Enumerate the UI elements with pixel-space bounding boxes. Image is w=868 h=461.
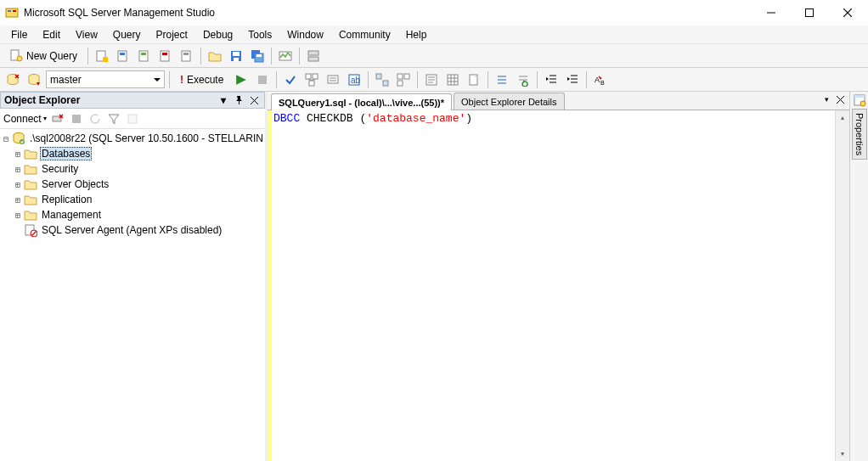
query-options-icon[interactable]: [324, 70, 342, 89]
save-all-icon[interactable]: [248, 47, 267, 65]
tab-object-explorer-details[interactable]: Object Explorer Details: [454, 93, 565, 110]
svg-rect-0: [6, 8, 18, 17]
menu-project[interactable]: Project: [149, 27, 195, 42]
specify-values-icon[interactable]: AB: [591, 70, 610, 89]
registered-servers-icon[interactable]: [304, 47, 323, 65]
close-document-icon[interactable]: [834, 93, 846, 105]
stop-icon[interactable]: [69, 111, 84, 126]
new-query-label: New Query: [26, 50, 77, 62]
results-to-text-icon[interactable]: [422, 70, 441, 89]
pin-icon[interactable]: [232, 93, 245, 107]
folder-icon: [24, 162, 37, 176]
menu-window[interactable]: Window: [279, 27, 331, 42]
sql-keyword: DBCC: [273, 112, 300, 125]
document-area: SQLQuery1.sql - (local)\...\vive...(55))…: [268, 92, 849, 461]
folder-icon: [24, 147, 37, 160]
new-query-button[interactable]: New Query: [3, 46, 83, 65]
svg-text:B: B: [600, 80, 605, 86]
comment-selection-icon[interactable]: [493, 70, 511, 89]
open-file-icon[interactable]: [206, 47, 224, 65]
report-icon[interactable]: [125, 111, 140, 126]
object-explorer-tree[interactable]: ⊟ .\sql2008r22 (SQL Server 10.50.1600 - …: [0, 129, 265, 461]
menu-help[interactable]: Help: [398, 27, 435, 42]
new-database-engine-query-icon[interactable]: [93, 47, 111, 65]
minimize-button[interactable]: [752, 1, 790, 25]
activity-monitor-icon[interactable]: [276, 47, 295, 65]
tree-server-node[interactable]: ⊟ .\sql2008r22 (SQL Server 10.50.1600 - …: [0, 131, 265, 146]
database-selector[interactable]: master: [46, 70, 165, 88]
include-actual-plan-icon[interactable]: [373, 70, 392, 89]
menu-query[interactable]: Query: [105, 27, 149, 42]
results-to-file-icon[interactable]: [465, 70, 483, 89]
estimated-plan-icon[interactable]: [302, 70, 321, 89]
new-dmx-query-icon[interactable]: [156, 47, 175, 65]
tree-server-objects-label: Server Objects: [40, 178, 110, 190]
tree-databases-node[interactable]: ⊞Databases: [0, 146, 265, 161]
filter-icon[interactable]: [106, 111, 121, 126]
close-button[interactable]: [828, 1, 866, 25]
new-xmla-query-icon[interactable]: [178, 47, 196, 65]
include-client-stats-icon[interactable]: [394, 70, 413, 89]
separator: [271, 48, 272, 65]
separator: [276, 71, 277, 88]
new-analysis-query-icon[interactable]: [114, 47, 132, 65]
maximize-button[interactable]: [790, 1, 828, 25]
properties-sidebar[interactable]: Properties: [849, 92, 868, 461]
scroll-down-icon[interactable]: ▾: [836, 447, 849, 461]
debug-icon[interactable]: [232, 70, 251, 89]
svg-rect-14: [141, 53, 146, 55]
execute-label: Execute: [187, 74, 223, 86]
svg-rect-21: [234, 58, 239, 61]
tree-sql-agent-node[interactable]: SQL Server Agent (Agent XPs disabled): [0, 222, 265, 238]
tree-sql-agent-label: SQL Server Agent (Agent XPs disabled): [40, 224, 223, 236]
scroll-up-icon[interactable]: ▴: [836, 110, 849, 125]
document-tabs: SQLQuery1.sql - (local)\...\vive...(55))…: [268, 92, 849, 110]
uncomment-selection-icon[interactable]: [514, 70, 533, 89]
tree-security-node[interactable]: ⊞Security: [0, 161, 265, 177]
svg-rect-10: [103, 57, 108, 62]
tree-management-node[interactable]: ⊞Management: [0, 207, 265, 222]
close-panel-icon[interactable]: [247, 93, 261, 107]
svg-marker-73: [567, 77, 570, 81]
svg-rect-1: [8, 10, 11, 12]
menu-view[interactable]: View: [68, 27, 105, 42]
menu-debug[interactable]: Debug: [195, 27, 240, 42]
svg-rect-37: [309, 81, 314, 86]
tab-sqlquery1-label: SQLQuery1.sql - (local)\...\vive...(55))…: [279, 98, 444, 108]
tab-sqlquery1[interactable]: SQLQuery1.sql - (local)\...\vive...(55))…: [271, 93, 452, 110]
cancel-executing-icon[interactable]: [253, 70, 272, 89]
save-icon[interactable]: [227, 47, 245, 65]
menu-tools[interactable]: Tools: [240, 27, 279, 42]
sql-agent-disabled-icon: [24, 223, 37, 237]
dropdown-icon[interactable]: ▾: [217, 93, 230, 107]
menu-edit[interactable]: Edit: [35, 27, 68, 42]
disconnect-icon[interactable]: [50, 111, 65, 126]
change-connection-icon[interactable]: [3, 70, 22, 89]
parse-icon[interactable]: [281, 70, 300, 89]
exclamation-icon: !: [180, 74, 183, 86]
object-explorer-toolbar: Connect: [0, 109, 265, 129]
vertical-scrollbar[interactable]: ▴ ▾: [835, 110, 849, 461]
connect-button[interactable]: Connect: [3, 113, 47, 125]
tree-server-objects-node[interactable]: ⊞Server Objects: [0, 177, 265, 192]
increase-indent-icon[interactable]: [563, 70, 582, 89]
sql-editor[interactable]: DBCC CHECKDB ('database_name') ▴ ▾: [268, 110, 849, 461]
refresh-icon[interactable]: [87, 111, 103, 126]
menu-file[interactable]: File: [3, 27, 35, 42]
intellisense-icon[interactable]: ab: [345, 70, 364, 89]
svg-marker-69: [546, 77, 549, 81]
tree-replication-node[interactable]: ⊞Replication: [0, 192, 265, 207]
editor-content[interactable]: DBCC CHECKDB ('database_name'): [272, 110, 835, 461]
decrease-indent-icon[interactable]: [542, 70, 561, 89]
change-connection-dropdown-icon[interactable]: [25, 70, 43, 89]
window-title: Microsoft SQL Server Management Studio: [24, 7, 752, 19]
menu-community[interactable]: Community: [331, 27, 398, 42]
object-explorer-header: Object Explorer ▾: [0, 92, 265, 109]
active-files-dropdown-icon[interactable]: ▾: [820, 93, 832, 105]
results-to-grid-icon[interactable]: [443, 70, 462, 89]
new-mdx-query-icon[interactable]: [135, 47, 154, 65]
svg-rect-18: [183, 53, 189, 55]
svg-rect-82: [72, 115, 81, 123]
execute-button[interactable]: ! Execute: [174, 70, 229, 89]
svg-rect-26: [308, 51, 318, 55]
